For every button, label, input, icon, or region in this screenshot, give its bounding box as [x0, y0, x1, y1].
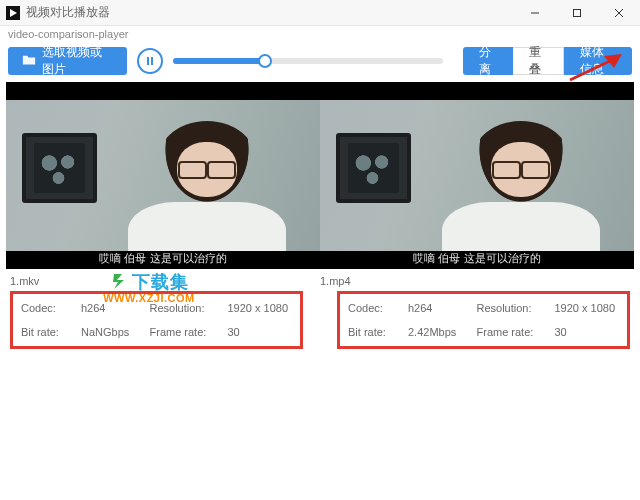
media-info-row: Codec: h264 Resolution: 1920 x 1080 Bit … — [0, 291, 640, 349]
resolution-value: 1920 x 1080 — [228, 302, 293, 314]
filename-left: 1.mkv — [10, 275, 320, 287]
framerate-label: Frame rate: — [150, 326, 224, 338]
window-controls — [514, 0, 640, 26]
codec-value: h264 — [408, 302, 473, 314]
playback-controls — [137, 48, 443, 74]
framerate-value: 30 — [555, 326, 620, 338]
video-frame — [6, 100, 320, 251]
progress-fill — [173, 58, 265, 64]
video-row: 哎嘀 伯母 这是可以治疗的 哎嘀 伯母 这是可以治疗的 — [0, 82, 640, 269]
media-info-left: Codec: h264 Resolution: 1920 x 1080 Bit … — [10, 291, 303, 349]
subtitle-right: 哎嘀 伯母 这是可以治疗的 — [320, 251, 634, 266]
framerate-label: Frame rate: — [477, 326, 551, 338]
svg-rect-5 — [147, 57, 149, 65]
svg-rect-6 — [151, 57, 153, 65]
bitrate-label: Bit rate: — [348, 326, 404, 338]
svg-marker-0 — [10, 9, 17, 17]
titlebar: 视频对比播放器 — [0, 0, 640, 26]
bitrate-value: 2.42Mbps — [408, 326, 473, 338]
toolbar: 选取视频或图片 分离 重叠 媒体信息 — [0, 40, 640, 82]
codec-label: Codec: — [348, 302, 404, 314]
app-subtitle: video-comparison-player — [0, 26, 640, 40]
resolution-label: Resolution: — [150, 302, 224, 314]
video-frame — [320, 100, 634, 251]
subtitle-left: 哎嘀 伯母 这是可以治疗的 — [6, 251, 320, 266]
minimize-button[interactable] — [514, 0, 556, 26]
bitrate-value: NaNGbps — [81, 326, 146, 338]
pause-button[interactable] — [137, 48, 163, 74]
folder-icon — [22, 53, 36, 70]
view-mode-buttons: 分离 重叠 媒体信息 — [463, 47, 632, 75]
codec-label: Codec: — [21, 302, 77, 314]
video-pane-right[interactable]: 哎嘀 伯母 这是可以治疗的 — [320, 82, 634, 269]
video-pane-left[interactable]: 哎嘀 伯母 这是可以治疗的 — [6, 82, 320, 269]
close-button[interactable] — [598, 0, 640, 26]
select-media-button[interactable]: 选取视频或图片 — [8, 47, 127, 75]
svg-rect-2 — [574, 9, 581, 16]
codec-value: h264 — [81, 302, 146, 314]
overlay-button[interactable]: 重叠 — [513, 47, 564, 75]
split-button[interactable]: 分离 — [463, 47, 513, 75]
resolution-value: 1920 x 1080 — [555, 302, 620, 314]
progress-slider[interactable] — [173, 58, 443, 64]
media-info-button[interactable]: 媒体信息 — [564, 47, 632, 75]
select-media-label: 选取视频或图片 — [42, 44, 113, 78]
media-info-right: Codec: h264 Resolution: 1920 x 1080 Bit … — [337, 291, 630, 349]
app-icon — [6, 6, 20, 20]
bitrate-label: Bit rate: — [21, 326, 77, 338]
maximize-button[interactable] — [556, 0, 598, 26]
filename-right: 1.mp4 — [320, 275, 630, 287]
progress-knob[interactable] — [258, 54, 272, 68]
framerate-value: 30 — [228, 326, 293, 338]
window-title: 视频对比播放器 — [26, 4, 110, 21]
resolution-label: Resolution: — [477, 302, 551, 314]
filename-row: 1.mkv 1.mp4 — [0, 269, 640, 291]
